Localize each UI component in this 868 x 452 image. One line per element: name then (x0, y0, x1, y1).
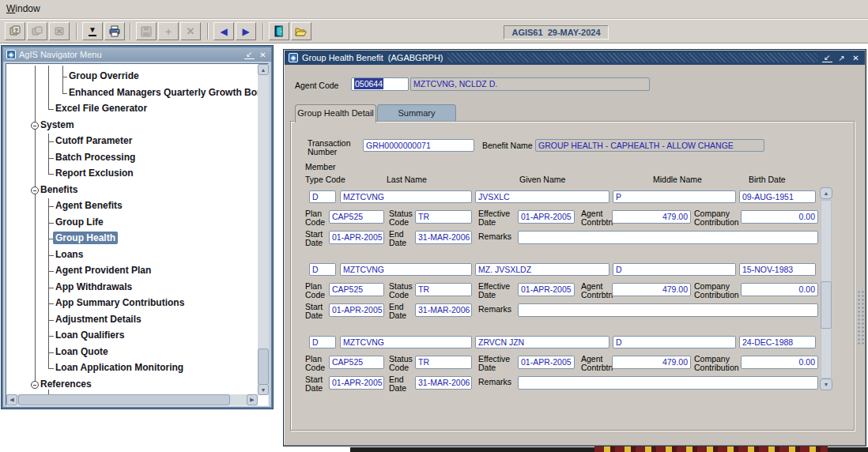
plan-code-field[interactable]: CAP525 (329, 283, 384, 296)
tree-item-group-health[interactable]: Group Health (53, 232, 118, 244)
menu-window[interactable]: Window (6, 3, 40, 14)
exit-button[interactable] (269, 22, 289, 40)
tree-item-references[interactable]: References (38, 378, 94, 390)
agent-contrbtn-field[interactable]: 479.00 (612, 283, 691, 296)
navigator-close-icon[interactable]: ✕ (258, 51, 268, 59)
tab-summary[interactable]: Summary (377, 104, 456, 122)
end-date-field[interactable]: 31-MAR-2006 (415, 376, 472, 390)
group-health-benefit-window: ◈ Group Health Benefit (AGABGRPH) ↙ ↗ ✕ … (283, 49, 866, 446)
middle-name-field[interactable]: P (613, 190, 736, 203)
tree-item-group-override[interactable]: Group Override (66, 70, 142, 82)
given-name-field[interactable]: MZ. JVSXLDZ (475, 263, 609, 276)
effective-date-field[interactable]: 01-APR-2005 (518, 283, 575, 296)
print-button[interactable] (104, 22, 125, 40)
member-scroll-up-button[interactable]: ▲ (820, 187, 832, 199)
form-restore-icon[interactable]: ↗ (836, 54, 847, 62)
agent-contrbtn-field[interactable]: 479.00 (612, 356, 691, 369)
tree-item-system[interactable]: System (38, 119, 77, 131)
tree-item-loans[interactable]: Loans (53, 248, 85, 261)
agent-contrbtn-field[interactable]: 479.00 (612, 210, 691, 224)
middle-name-field[interactable]: D (613, 263, 736, 276)
last-name-field[interactable]: MZTCVNG (340, 190, 472, 203)
given-name-field[interactable]: ZRVCN JZN (475, 336, 609, 348)
toolbar-separator (130, 23, 131, 40)
type-code-field[interactable]: D (309, 190, 336, 203)
tree-item-loan-qualifiers[interactable]: Loan Qualifiers (53, 329, 126, 341)
nav-scroll-down-button[interactable]: ▼ (258, 384, 269, 395)
fetch-next-button[interactable]: ▼ (82, 22, 103, 40)
tree-item-cutoff-parameter[interactable]: Cutoff Parameter (53, 134, 134, 147)
middle-name-field[interactable]: D (613, 336, 736, 348)
start-date-field[interactable]: 01-APR-2005 (329, 231, 384, 244)
member-scroll-thumb[interactable] (821, 281, 832, 329)
tree-item-benefits[interactable]: Benefits (38, 183, 80, 196)
plan-code-field[interactable]: CAP525 (329, 210, 384, 224)
effective-date-field[interactable]: 01-APR-2005 (518, 356, 575, 369)
end-date-field[interactable]: 31-MAR-2006 (415, 303, 472, 317)
tree-item-app-summary-contributions[interactable]: App Summary Contributions (53, 296, 187, 309)
next-record-button[interactable]: ▶ (236, 22, 256, 40)
navigator-minimize-icon[interactable]: ↙ (244, 51, 255, 59)
plan-code-field[interactable]: CAP525 (329, 356, 384, 369)
query-help-button[interactable]: ? (5, 22, 25, 40)
type-code-field[interactable]: D (309, 336, 336, 348)
nav-hscroll-thumb[interactable] (18, 394, 230, 405)
remarks-field[interactable] (518, 303, 818, 317)
toolbar: ? ▼ ＋ ✕ (0, 20, 868, 43)
form-title-bar[interactable]: ◈ Group Health Benefit (AGABGRPH) ↙ ↗ ✕ (285, 51, 865, 65)
next-record-icon: ▶ (242, 26, 249, 37)
remarks-field[interactable] (518, 376, 818, 390)
tree-item-excel-file-generator[interactable]: Excel File Generator (53, 102, 149, 115)
tree-item-enhanced-managers-quarterly-growth-bon[interactable]: Enhanced Managers Quarterly Growth Bon (66, 86, 258, 99)
company-contribution-field[interactable]: 0.00 (741, 283, 818, 296)
type-code-field[interactable]: D (309, 263, 336, 276)
tree-item-agent-provident-plan[interactable]: Agent Provident Plan (53, 264, 153, 277)
birth-date-field[interactable]: 09-AUG-1951 (739, 190, 816, 203)
tab-group-health-detail[interactable]: Group Health Detail (295, 104, 376, 122)
form-window-icon: ◈ (289, 53, 298, 62)
form-minimize-icon[interactable]: ↙ (822, 54, 832, 62)
nav-scroll-left-button[interactable]: ◀ (6, 394, 17, 405)
effective-date-label: Effective Date (478, 282, 516, 299)
tree-item-adjustment-details[interactable]: Adjustment Details (53, 313, 144, 326)
tree-item-loan-quote[interactable]: Loan Quote (53, 345, 111, 358)
form-close-icon[interactable]: ✕ (851, 54, 861, 62)
tree-item-agent-benefits[interactable]: Agent Benefits (53, 199, 125, 212)
status-code-field[interactable]: TR (415, 356, 472, 369)
previous-record-button[interactable]: ◀ (213, 22, 234, 40)
status-code-field[interactable]: TR (415, 283, 472, 296)
birth-date-field[interactable]: 15-NOV-1983 (739, 263, 816, 276)
member-record: D MZTCVNG ZRVCN JZN D 24-DEC-1988 Plan C… (284, 336, 848, 399)
navigator-title-bar[interactable]: ◈ AgIS Navigator Menu ↙ ✕ (3, 47, 271, 62)
company-contribution-field[interactable]: 0.00 (741, 210, 818, 224)
tree-item-batch-processing[interactable]: Batch Processing (53, 151, 138, 164)
last-name-field[interactable]: MZTCVNG (340, 336, 472, 348)
tree-item-group-life[interactable]: Group Life (53, 216, 106, 228)
company-contribution-field[interactable]: 0.00 (741, 356, 818, 369)
last-name-field[interactable]: MZTCVNG (340, 263, 472, 276)
transaction-number-field[interactable]: GRH0000000071 (363, 139, 474, 152)
title-hatch (447, 53, 818, 62)
navigator-window-icon: ◈ (6, 50, 16, 59)
effective-date-field[interactable]: 01-APR-2005 (518, 210, 575, 224)
birth-date-field[interactable]: 24-DEC-1988 (739, 336, 816, 348)
given-name-field[interactable]: JVSXLC (475, 190, 609, 203)
tree-item-report-exclusion[interactable]: Report Exclusion (53, 167, 136, 179)
nav-vscroll-thumb[interactable] (258, 348, 269, 385)
nav-scroll-up-button[interactable]: ▲ (258, 64, 269, 75)
remarks-field[interactable] (518, 231, 818, 244)
tree-item-app-withdrawals[interactable]: App Withdrawals (53, 281, 134, 293)
agent-code-field[interactable]: 050644 (351, 77, 409, 91)
nav-vscrollbar[interactable] (258, 64, 269, 395)
menu-bar: Window (0, 0, 868, 19)
plan-code-label: Plan Code (305, 355, 329, 372)
tree-item-loan-application-monitoring[interactable]: Loan Application Monitoring (53, 361, 186, 374)
start-date-field[interactable]: 01-APR-2005 (329, 303, 384, 317)
member-record: D MZTCVNG JVSXLC P 09-AUG-1951 Plan Code… (284, 190, 848, 254)
end-date-field[interactable]: 31-MAR-2006 (415, 231, 472, 244)
open-button[interactable] (291, 22, 311, 40)
status-code-field[interactable]: TR (415, 210, 472, 224)
member-scroll-down-button[interactable]: ▼ (820, 379, 832, 390)
nav-scroll-right-button[interactable]: ▶ (247, 394, 258, 405)
start-date-field[interactable]: 01-APR-2005 (329, 376, 384, 390)
